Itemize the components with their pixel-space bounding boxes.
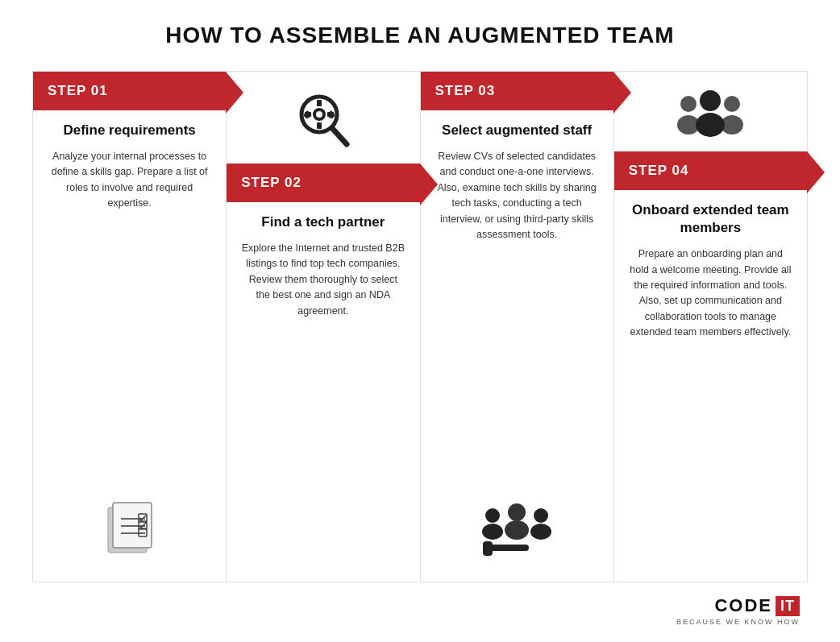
svg-rect-12 (317, 122, 322, 129)
step-03-icon (476, 490, 557, 570)
svg-point-24 (534, 508, 548, 523)
step-01-body: Define requirements Analyze your interna… (33, 110, 226, 582)
page-wrapper: HOW TO ASSEMBLE AN AUGMENTED TEAM STEP 0… (0, 0, 840, 642)
svg-point-25 (530, 524, 551, 540)
step-01-banner: STEP 01 (33, 72, 226, 110)
logo-area: CODE IT BECAUSE WE KNOW HOW (32, 587, 808, 626)
svg-point-32 (700, 90, 721, 111)
svg-rect-11 (317, 100, 322, 106)
step-01-text: Analyze your internal processes to defin… (48, 149, 211, 212)
step-03-text: Review CVs of selected candidates and co… (435, 149, 599, 242)
step-01-heading: Define requirements (63, 122, 195, 139)
svg-rect-27 (483, 541, 493, 556)
step-01-icon (94, 482, 166, 570)
step-03-heading: Select augmented staff (442, 122, 592, 139)
checklist-icon (94, 490, 166, 562)
svg-point-30 (724, 96, 740, 112)
step-03-body: Select augmented staff Review CVs of sel… (421, 110, 613, 582)
svg-point-20 (485, 508, 500, 523)
svg-point-23 (505, 520, 529, 540)
step-02-heading: Find a tech partner (261, 213, 385, 231)
logo-code: CODE (714, 595, 772, 616)
step-02-top-icon (227, 72, 419, 164)
step-04-heading: Onboard extended team members (629, 201, 792, 237)
page-title: HOW TO ASSEMBLE AN AUGMENTED TEAM (165, 23, 674, 48)
logo-text-row: CODE IT (714, 595, 800, 616)
team-present-icon (476, 498, 557, 562)
search-gear-icon (287, 86, 360, 159)
logo-it: IT (776, 596, 800, 616)
step-col-3: STEP 03 Select augmented staff Review CV… (420, 71, 613, 582)
step-04-text: Prepare an onboarding plan and hold a we… (629, 246, 792, 340)
svg-point-28 (680, 96, 697, 112)
step-col-1: STEP 01 Define requirements Analyze your… (32, 71, 226, 582)
step-col-2: STEP 02 Find a tech partner Explore the … (226, 71, 419, 582)
step-col-4: STEP 04 Onboard extended team members Pr… (613, 71, 808, 582)
svg-point-10 (316, 111, 322, 118)
step-03-banner: STEP 03 (421, 72, 613, 110)
group-icon (674, 86, 746, 147)
svg-line-19 (332, 128, 347, 144)
svg-point-22 (508, 503, 526, 521)
step-04-body: Onboard extended team members Prepare an… (614, 190, 807, 582)
step-02-text: Explore the Internet and trusted B2B lis… (241, 241, 405, 319)
step-04-banner: STEP 04 (614, 151, 807, 190)
logo-tagline: BECAUSE WE KNOW HOW (676, 618, 800, 626)
logo-box: CODE IT BECAUSE WE KNOW HOW (676, 595, 800, 626)
svg-point-21 (482, 524, 503, 540)
step-02-body: Find a tech partner Explore the Internet… (227, 202, 419, 582)
svg-point-33 (696, 113, 725, 137)
steps-container: STEP 01 Define requirements Analyze your… (32, 71, 808, 582)
step-02-banner: STEP 02 (227, 164, 419, 202)
step-04-top-icon (614, 72, 807, 151)
